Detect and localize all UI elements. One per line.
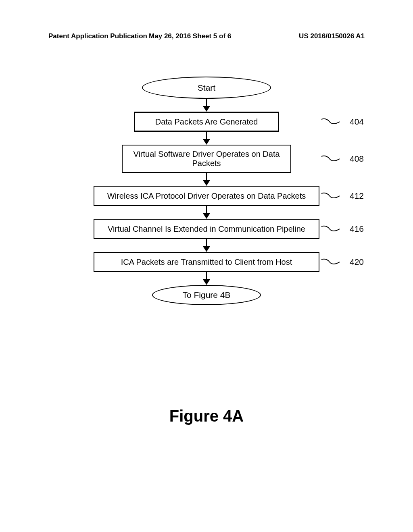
terminator-start: Start xyxy=(142,77,271,99)
process-box: Virtual Software Driver Operates on Data… xyxy=(122,145,291,173)
step-408: Virtual Software Driver Operates on Data… xyxy=(65,145,348,173)
arrow-icon xyxy=(65,99,348,112)
ref-label: 408 xyxy=(350,154,364,164)
label-connector-icon xyxy=(321,258,340,266)
ref-label: 412 xyxy=(350,191,364,201)
process-text: ICA Packets are Transmitted to Client fr… xyxy=(121,258,292,267)
step-404: Data Packets Are Generated 404 xyxy=(65,112,348,132)
arrow-icon xyxy=(65,132,348,145)
label-connector-icon xyxy=(321,192,340,200)
arrow-icon xyxy=(65,206,348,219)
label-connector-icon xyxy=(321,155,340,163)
terminator-end: To Figure 4B xyxy=(152,285,261,305)
arrow-icon xyxy=(65,272,348,285)
process-text: Virtual Channel Is Extended in Communica… xyxy=(108,224,305,234)
process-box: Virtual Channel Is Extended in Communica… xyxy=(94,219,319,239)
process-text: Wireless ICA Protocol Driver Operates on… xyxy=(107,191,306,201)
page-header: Patent Application Publication May 26, 2… xyxy=(0,32,413,40)
end-node: To Figure 4B xyxy=(65,285,348,305)
arrow-icon xyxy=(65,239,348,252)
flowchart: Start Data Packets Are Generated 404 Vir… xyxy=(65,77,348,305)
process-box: Data Packets Are Generated xyxy=(134,112,279,132)
figure-label: Figure 4A xyxy=(169,407,244,425)
ref-label: 416 xyxy=(350,224,364,234)
label-connector-icon xyxy=(321,225,340,233)
ref-label: 420 xyxy=(350,257,364,267)
step-420: ICA Packets are Transmitted to Client fr… xyxy=(65,252,348,272)
label-connector-icon xyxy=(321,118,340,126)
arrow-icon xyxy=(65,173,348,186)
process-box: Wireless ICA Protocol Driver Operates on… xyxy=(94,186,319,206)
step-416: Virtual Channel Is Extended in Communica… xyxy=(65,219,348,239)
start-label: Start xyxy=(198,83,215,93)
header-left: Patent Application Publication xyxy=(48,32,147,40)
process-text: Virtual Software Driver Operates on Data… xyxy=(128,150,285,168)
header-right: US 2016/0150026 A1 xyxy=(299,32,365,40)
ref-label: 404 xyxy=(350,117,364,127)
start-node: Start xyxy=(65,77,348,99)
process-text: Data Packets Are Generated xyxy=(155,117,258,127)
end-label: To Figure 4B xyxy=(182,290,230,300)
step-412: Wireless ICA Protocol Driver Operates on… xyxy=(65,186,348,206)
process-box: ICA Packets are Transmitted to Client fr… xyxy=(94,252,319,272)
header-center: May 26, 2016 Sheet 5 of 6 xyxy=(149,32,231,40)
